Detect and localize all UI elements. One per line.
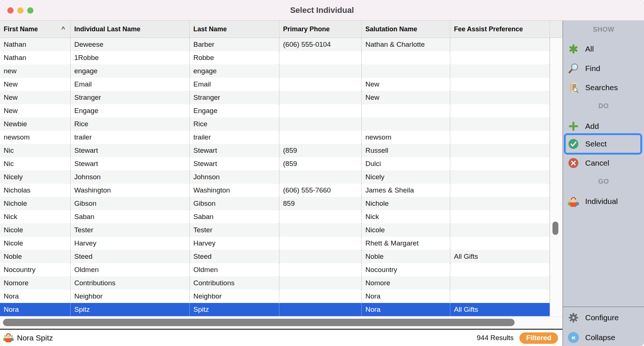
action-sidebar: SHOW All [563,21,644,346]
status-bar: Nora Spitz 944 Results Filtered [0,330,562,346]
table-cell [279,263,362,276]
table-cell [362,64,450,78]
sidebar-item-searches[interactable]: Searches [563,80,644,96]
table-cell: 1Robbe [71,51,190,64]
sidebar-item-find[interactable]: Find [563,60,644,77]
table-row[interactable]: NicholeGibsonGibson859Nichole [0,197,550,210]
scroll-search-icon [568,82,579,93]
table-row[interactable]: NicoleHarveyHarveyRhett & Margaret [0,237,550,250]
sidebar-item-individual[interactable]: Individual [563,193,644,209]
table-row[interactable]: NobleSteedSteedNobleAll Gifts [0,250,550,263]
table-cell: newsom [362,131,450,144]
table-cell: Stewart [71,144,190,157]
table-row[interactable]: NicStewartStewart(859Russell [0,144,550,157]
column-header-label: First Name [4,25,38,33]
table-cell: Nomore [0,276,71,290]
column-header-fee-assist-preference[interactable]: Fee Assist Preference [450,21,550,38]
table-cell: trailer [71,131,190,144]
table-cell: Johnson [71,170,190,184]
table-cell: Gibson [190,197,279,210]
selected-record-name: Nora Spitz [17,333,53,342]
window-title: Select Individual [290,6,354,15]
minimize-button[interactable] [17,7,24,14]
sidebar-item-label: Select [585,140,607,148]
table-cell [450,223,550,237]
table-cell [450,263,550,276]
table-cell [279,170,362,184]
table-cell: Saban [190,210,279,223]
table-cell [450,51,550,64]
table-row[interactable]: NicelyJohnsonJohnsonNicely [0,170,550,184]
table-cell [450,131,550,144]
table-row[interactable]: NickSabanSabanNick [0,210,550,223]
table-cell: Tester [190,223,279,237]
table-cell: Nic [0,157,71,170]
table-cell: Nic [0,144,71,157]
table-cell: Stranger [190,91,279,104]
table-cell: All Gifts [450,250,550,263]
sidebar-item-cancel[interactable]: Cancel [563,155,644,171]
table-cell: Nora [0,303,71,316]
table-cell: Nora [0,290,71,303]
table-row[interactable]: NoraNeighborNeighborNora [0,290,550,303]
close-button[interactable] [7,7,14,14]
table-row[interactable]: NicoleTesterTesterNicole [0,223,550,237]
table-cell: Washington [71,184,190,197]
table-cell [450,91,550,104]
table-cell: Nathan & Charlotte [362,38,450,51]
column-header-salutation-name[interactable]: Salutation Name [362,21,450,38]
filtered-badge[interactable]: Filtered [519,332,558,344]
table-cell [450,170,550,184]
table-row[interactable]: NewStrangerStrangerNew [0,91,550,104]
table-row[interactable]: NathanDeweeseBarber(606) 555-0104Nathan … [0,38,550,51]
table-cell: Nicholas [0,184,71,197]
table-cell [279,51,362,64]
table-cell: All Gifts [450,303,550,316]
table-cell [450,276,550,290]
table-row[interactable]: NomoreContributionsContributionsNomore [0,276,550,290]
table-row[interactable]: NewbieRiceRice [0,117,550,131]
table-row[interactable]: newsomtrailertrailernewsom [0,131,550,144]
table-row[interactable]: newengageengage [0,64,550,78]
sidebar-item-configure[interactable]: Configure [563,310,644,326]
table-cell: Washington [190,184,279,197]
table-cell: Spitz [71,303,190,316]
table-cell: Spitz [190,303,279,316]
table-cell: Nichole [0,197,71,210]
vertical-scrollbar-track[interactable] [550,38,562,317]
column-header-last-name[interactable]: Last Name [190,21,279,38]
sort-ascending-icon[interactable]: ^ [61,25,65,33]
table-cell: Nicely [362,170,450,184]
table-cell: new [0,64,71,78]
table-cell: Nick [0,210,71,223]
table-row[interactable]: NoraSpitzSpitzNoraAll Gifts [0,303,550,316]
sidebar-item-collapse[interactable]: « Collapse [563,329,644,346]
table-cell: Stranger [71,91,190,104]
sidebar-item-select[interactable]: Select [564,133,642,155]
sidebar-item-add[interactable]: Add [563,118,644,134]
table-cell [279,131,362,144]
table-cell: Barber [190,38,279,51]
sidebar-item-label: Cancel [585,159,609,167]
table-cell: Nomore [362,276,450,290]
table-row[interactable]: Nathan1RobbeRobbe [0,51,550,64]
table-row[interactable]: NicStewartStewart(859Dulci [0,157,550,170]
table-row[interactable]: NewEngageEngage [0,104,550,117]
horizontal-scrollbar-thumb[interactable] [3,319,515,326]
table-cell: Gibson [71,197,190,210]
sidebar-item-all[interactable]: All [563,41,644,57]
table-cell: Nicely [0,170,71,184]
zoom-button[interactable] [27,7,33,14]
column-header-individual-last-name[interactable]: Individual Last Name [71,21,190,38]
column-header-primary-phone[interactable]: Primary Phone [279,21,362,38]
table-row[interactable]: NewEmailEmailNew [0,78,550,91]
table-cell [450,157,550,170]
table-row[interactable]: NicholasWashingtonWashington(606) 555-76… [0,184,550,197]
column-header-first-name[interactable]: First Name ^ [0,21,71,38]
vertical-scrollbar-thumb[interactable] [552,222,558,235]
table-cell: Nicole [0,237,71,250]
table-cell: New [0,91,71,104]
table-cell: Stewart [190,144,279,157]
table-row[interactable]: NocountryOldmenOldmenNocountry [0,263,550,276]
table-cell [450,210,550,223]
